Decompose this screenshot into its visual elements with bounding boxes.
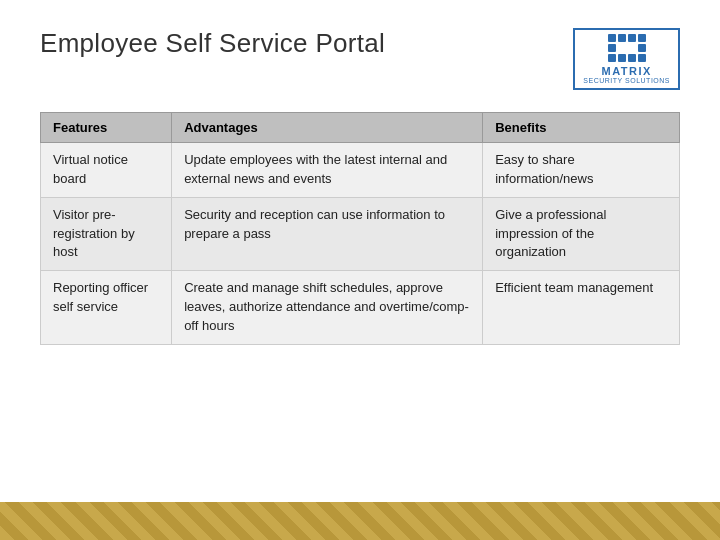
feature-cell: Virtual notice board (41, 143, 172, 198)
page-title: Employee Self Service Portal (40, 28, 385, 59)
feature-cell: Visitor pre-registration by host (41, 197, 172, 271)
logo-grid (608, 34, 646, 62)
page-container: Employee Self Service Portal (0, 0, 720, 540)
col-header-advantages: Advantages (172, 113, 483, 143)
logo-dot (628, 44, 636, 52)
logo-dot (618, 34, 626, 42)
logo-dot (608, 34, 616, 42)
logo-dot (638, 34, 646, 42)
logo-dot (608, 44, 616, 52)
logo-dot (638, 54, 646, 62)
col-header-features: Features (41, 113, 172, 143)
table-row: Reporting officer self service Create an… (41, 271, 680, 345)
benefit-cell: Efficient team management (483, 271, 680, 345)
benefit-cell: Give a professional impression of the or… (483, 197, 680, 271)
benefit-cell: Easy to share information/news (483, 143, 680, 198)
advantage-cell: Create and manage shift schedules, appro… (172, 271, 483, 345)
table-row: Visitor pre-registration by host Securit… (41, 197, 680, 271)
logo-name: MATRIX (601, 65, 651, 77)
bottom-decorative-strip (0, 502, 720, 540)
main-content: Employee Self Service Portal (0, 0, 720, 365)
feature-cell: Reporting officer self service (41, 271, 172, 345)
table-row: Virtual notice board Update employees wi… (41, 143, 680, 198)
logo-dot (628, 54, 636, 62)
logo-dot (608, 54, 616, 62)
logo-subtitle: SECURITY SOLUTIONS (583, 77, 670, 84)
advantage-cell: Security and reception can use informati… (172, 197, 483, 271)
advantage-cell: Update employees with the latest interna… (172, 143, 483, 198)
features-table: Features Advantages Benefits Virtual not… (40, 112, 680, 345)
header-row: Employee Self Service Portal (40, 28, 680, 90)
col-header-benefits: Benefits (483, 113, 680, 143)
table-header-row: Features Advantages Benefits (41, 113, 680, 143)
logo-dot (628, 34, 636, 42)
logo-dot (638, 44, 646, 52)
matrix-logo: MATRIX SECURITY SOLUTIONS (573, 28, 680, 90)
logo-dot (618, 44, 626, 52)
logo-dot (618, 54, 626, 62)
